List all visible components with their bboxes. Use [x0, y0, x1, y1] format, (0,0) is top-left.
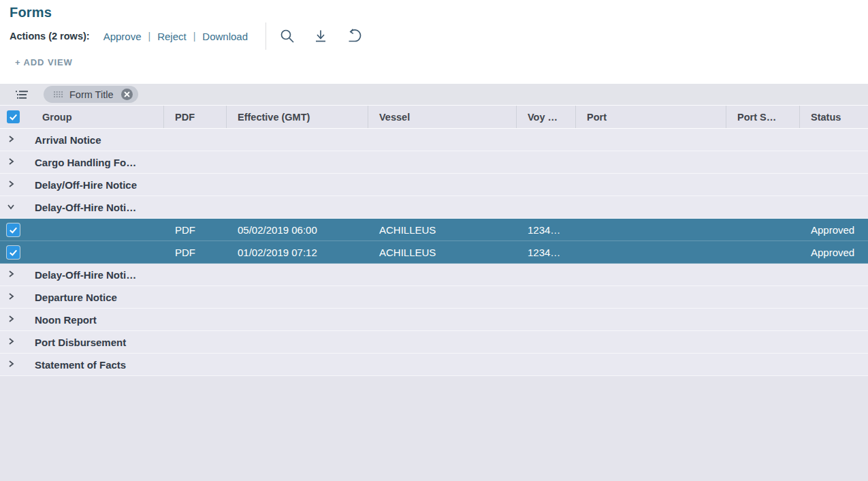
column-header-voyage[interactable]: Voy …	[516, 106, 575, 128]
voyage-cell: 1234…	[516, 219, 575, 240]
chevron-right-icon[interactable]	[7, 268, 15, 281]
group-row-label: Arrival Notice	[35, 134, 101, 146]
column-header-status[interactable]: Status	[799, 106, 868, 128]
port-cell	[575, 241, 726, 263]
separator: |	[148, 31, 151, 42]
chevron-right-icon[interactable]	[7, 156, 15, 168]
group-row-label: Port Disbursement	[35, 337, 126, 348]
port-s-cell	[726, 219, 799, 240]
actions-label: Actions (2 rows):	[10, 31, 90, 42]
column-header-port-s[interactable]: Port S…	[726, 106, 799, 128]
chevron-right-icon[interactable]	[7, 134, 15, 146]
chip-close-icon[interactable]	[121, 89, 133, 100]
reject-button[interactable]: Reject	[157, 31, 187, 42]
form-row[interactable]: PDF 05/02/2019 06:00 ACHILLEUS 1234… App…	[0, 219, 868, 241]
group-row-port-disbursement[interactable]: Port Disbursement	[0, 331, 868, 354]
status-cell: Approved	[799, 241, 868, 263]
group-row-label: Statement of Facts	[35, 359, 126, 371]
group-cell	[33, 219, 163, 240]
group-list-icon	[15, 89, 29, 101]
pdf-link[interactable]: PDF	[163, 219, 226, 240]
group-row-label: Noon Report	[35, 314, 97, 326]
separator: |	[193, 31, 196, 42]
group-row-noon-report[interactable]: Noon Report	[0, 309, 868, 331]
group-row-label: Delay/Off-Hire Notice	[35, 179, 137, 191]
group-panel[interactable]: Form Title	[0, 84, 868, 106]
select-all-checkbox[interactable]	[7, 110, 20, 123]
form-row[interactable]: PDF 01/02/2019 07:12 ACHILLEUS 1234… App…	[0, 241, 868, 264]
group-row-delay-off-hire-notice[interactable]: Delay/Off-Hire Notice	[0, 174, 868, 196]
group-row-label: Departure Notice	[35, 292, 117, 303]
effective-cell: 01/02/2019 07:12	[226, 241, 368, 263]
effective-cell: 05/02/2019 06:00	[226, 219, 368, 240]
group-row-label: Cargo Handling Fo…	[35, 157, 136, 168]
table-header: Group PDF Effective (GMT) Vessel Voy … P…	[0, 106, 868, 129]
grid-empty-area	[0, 376, 868, 481]
port-s-cell	[726, 241, 799, 263]
chevron-down-icon[interactable]	[7, 201, 15, 213]
chevron-right-icon[interactable]	[7, 358, 15, 371]
top-section: Forms Actions (2 rows): Approve | Reject…	[0, 0, 868, 84]
column-header-vessel[interactable]: Vessel	[368, 106, 516, 128]
group-cell	[33, 241, 163, 263]
group-row-departure-notice[interactable]: Departure Notice	[0, 286, 868, 309]
download-button[interactable]: Download	[202, 31, 248, 42]
group-row-cargo-handling[interactable]: Cargo Handling Fo…	[0, 151, 868, 174]
group-row-delay-off-hire-expanded[interactable]: Delay-Off-Hire Noti…	[0, 196, 868, 219]
port-cell	[575, 219, 726, 240]
add-view-button[interactable]: + ADD VIEW	[15, 57, 73, 67]
drag-handle-icon[interactable]	[53, 91, 63, 98]
group-row-delay-off-hire-2[interactable]: Delay-Off-Hire Noti…	[0, 264, 868, 286]
vessel-cell: ACHILLEUS	[368, 219, 516, 240]
group-row-statement-of-facts[interactable]: Statement of Facts	[0, 354, 868, 376]
forms-grid: Form Title Group PDF Effective (GMT) Ves…	[0, 84, 868, 481]
pdf-link[interactable]: PDF	[163, 241, 226, 263]
group-chip-form-title[interactable]: Form Title	[44, 86, 138, 103]
export-download-icon[interactable]	[311, 27, 329, 46]
group-row-label: Delay-Off-Hire Noti…	[35, 269, 136, 281]
column-header-group[interactable]: Group	[33, 106, 163, 128]
chevron-right-icon[interactable]	[7, 291, 15, 303]
column-header-pdf[interactable]: PDF	[163, 106, 226, 128]
status-cell: Approved	[799, 219, 868, 240]
column-header-port[interactable]: Port	[575, 106, 726, 128]
row-checkbox[interactable]	[7, 246, 20, 259]
row-checkbox[interactable]	[7, 223, 20, 236]
actions-bar: Actions (2 rows): Approve | Reject | Dow…	[10, 22, 868, 50]
chevron-right-icon[interactable]	[7, 336, 15, 348]
toolbar-divider	[266, 22, 266, 50]
voyage-cell: 1234…	[516, 241, 575, 263]
select-all-cell	[0, 106, 33, 128]
approve-button[interactable]: Approve	[103, 31, 142, 42]
column-header-effective[interactable]: Effective (GMT)	[226, 106, 368, 128]
page-title: Forms	[10, 5, 868, 20]
vessel-cell: ACHILLEUS	[368, 241, 516, 263]
group-row-arrival-notice[interactable]: Arrival Notice	[0, 129, 868, 151]
undo-icon[interactable]	[344, 27, 363, 46]
search-icon[interactable]	[278, 27, 296, 46]
group-chip-label: Form Title	[69, 89, 113, 100]
chevron-right-icon[interactable]	[7, 179, 15, 191]
group-row-label: Delay-Off-Hire Noti…	[35, 202, 136, 213]
chevron-right-icon[interactable]	[7, 313, 15, 326]
